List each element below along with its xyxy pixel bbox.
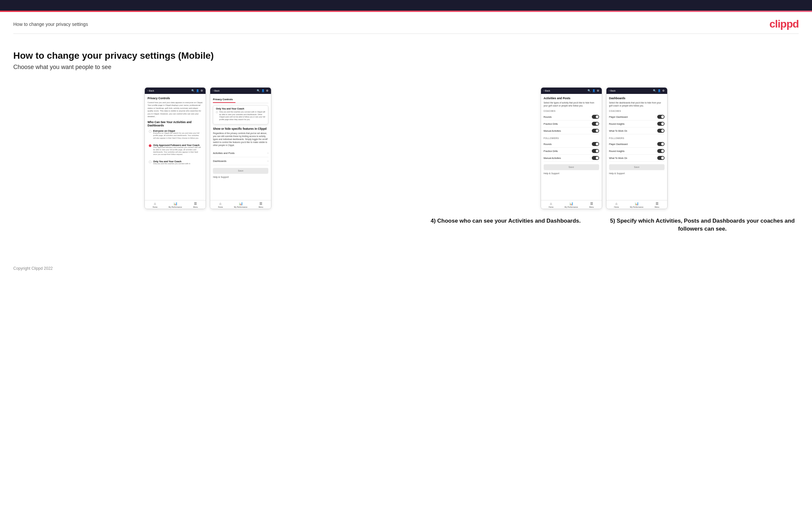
toggle-practice-followers-switch[interactable] (592, 149, 599, 153)
nav-performance-3[interactable]: 📊 My Performance (561, 202, 581, 208)
search-icon-4[interactable]: 🔍 (653, 89, 656, 92)
privacy-controls-tab[interactable]: Privacy Controls (213, 97, 236, 103)
show-hide-title: Show or hide specific features in Clippd (213, 127, 268, 130)
people-icon-4[interactable]: 👤 (658, 89, 661, 92)
nav-performance-4[interactable]: 📊 My Performance (627, 202, 647, 208)
nav-home-4[interactable]: ⌂ Home (606, 202, 627, 208)
header-icons-3: 🔍 👤 ⚙ (588, 89, 599, 92)
nav-menu-3[interactable]: ☰ Menu (581, 202, 602, 208)
toggle-manual-followers-switch[interactable] (592, 156, 599, 160)
nav-menu-2[interactable]: ☰ Menu (251, 202, 271, 208)
bottom-nav-3: ⌂ Home 📊 My Performance ☰ Menu (541, 200, 602, 209)
save-button-2[interactable]: Save (213, 168, 268, 174)
nav-menu-label-3: Menu (589, 206, 594, 208)
toggle-manual-coaches-switch[interactable] (592, 129, 599, 133)
toggle-what-work-coaches-switch[interactable] (657, 129, 665, 133)
nav-home-3[interactable]: ⌂ Home (541, 202, 561, 208)
activities-posts-item[interactable]: Activities and Posts › (213, 149, 268, 157)
privacy-controls-title-1: Privacy Controls (147, 97, 203, 100)
toggle-practice-coaches-switch[interactable] (592, 122, 599, 126)
toggle-what-work-coaches: What To Work On (609, 127, 665, 134)
menu-icon-1: ☰ (194, 202, 197, 206)
phone-body-1: Privacy Controls Control how you and you… (145, 94, 206, 200)
header-icons-1: 🔍 👤 ⚙ (191, 89, 203, 92)
toggle-practice-coaches: Practice Drills (544, 120, 599, 127)
nav-home-label-2: Home (218, 206, 223, 208)
toggle-rounds-followers: Rounds (544, 141, 599, 148)
arrow-right-activities: › (268, 152, 269, 155)
dashboards-title: Dashboards (609, 97, 665, 100)
search-icon-3[interactable]: 🔍 (588, 89, 591, 92)
top-bar (0, 0, 812, 12)
copyright-text: Copyright Clippd 2022 (13, 266, 53, 271)
nav-menu-1[interactable]: ☰ Menu (185, 202, 206, 208)
save-button-3[interactable]: Save (544, 164, 599, 170)
caption-text-3: 4) Choose who can see your Activities an… (431, 218, 581, 224)
radio-option-followers[interactable]: Only Approved Followers and Your Coach O… (147, 143, 203, 157)
settings-icon-3[interactable]: ⚙ (597, 89, 599, 92)
header-icons-4: 🔍 👤 ⚙ (653, 89, 665, 92)
nav-performance-label-3: My Performance (565, 206, 578, 208)
radio-option-coach-only[interactable]: Only You and Your Coach Only you and the… (147, 159, 203, 166)
home-icon-3: ⌂ (550, 202, 552, 206)
toggle-rounds-followers-switch[interactable] (592, 142, 599, 146)
followers-label-3: FOLLOWERS (544, 137, 599, 139)
nav-menu-4[interactable]: ☰ Menu (647, 202, 667, 208)
radio-text-coach-only: Only You and Your Coach Only you and the… (153, 160, 190, 165)
toggle-player-followers-switch[interactable] (657, 142, 665, 146)
followers-label-4: FOLLOWERS (609, 137, 665, 139)
mockups-row: ‹ Back 🔍 👤 ⚙ Privacy Controls Control ho… (13, 87, 799, 233)
save-button-4[interactable]: Save (609, 164, 665, 170)
phone-header-4: ‹ Back 🔍 👤 ⚙ (606, 88, 667, 94)
radio-option-everyone[interactable]: Everyone on Clippd Everyone on Clippd ca… (147, 128, 203, 140)
phone-screen-2: ‹ Back 🔍 👤 ⚙ Privacy Controls (210, 87, 271, 209)
top-bar-accent (0, 11, 812, 12)
back-button-4[interactable]: ‹ Back (609, 90, 616, 92)
show-hide-text: Regardless of the privacy controls that … (213, 132, 268, 147)
dashboards-item[interactable]: Dashboards › (213, 157, 268, 165)
search-icon-2[interactable]: 🔍 (257, 89, 260, 92)
header-icons-2: 🔍 👤 ⚙ (257, 89, 268, 92)
settings-icon-1[interactable]: ⚙ (201, 89, 203, 92)
performance-icon-3: 📊 (569, 202, 573, 206)
back-button-1[interactable]: ‹ Back (147, 90, 154, 92)
nav-home-2[interactable]: ⌂ Home (210, 202, 231, 208)
privacy-controls-desc-1: Control how you and your data appears to… (147, 101, 203, 118)
toggle-rounds-coaches: Rounds (544, 113, 599, 120)
coaches-label-4: COACHES (609, 110, 665, 112)
phone-screen-4: ‹ Back 🔍 👤 ⚙ Dashboards Select the dashb… (606, 87, 667, 209)
toggle-player-coaches-switch[interactable] (657, 115, 665, 119)
toggle-round-insights-coaches-switch[interactable] (657, 122, 665, 126)
back-button-3[interactable]: ‹ Back (544, 90, 550, 92)
nav-menu-label-1: Menu (193, 206, 198, 208)
toggle-round-insights-followers-switch[interactable] (657, 149, 665, 153)
performance-icon-2: 📊 (239, 202, 243, 206)
settings-icon-2[interactable]: ⚙ (266, 89, 268, 92)
breadcrumb: How to change your privacy settings (13, 21, 88, 27)
phone-screen-3: ‹ Back 🔍 👤 ⚙ Activities and Posts Select… (541, 87, 602, 209)
help-support-4: Help & Support (609, 170, 665, 176)
people-icon-1[interactable]: 👤 (196, 89, 199, 92)
menu-icon-2: ☰ (259, 202, 262, 206)
search-icon-1[interactable]: 🔍 (191, 89, 195, 92)
people-icon-3[interactable]: 👤 (592, 89, 596, 92)
mockup-group-1: ‹ Back 🔍 👤 ⚙ Privacy Controls Control ho… (13, 87, 403, 218)
nav-home-1[interactable]: ⌂ Home (145, 202, 165, 208)
nav-home-label-3: Home (549, 206, 554, 208)
nav-performance-2[interactable]: 📊 My Performance (231, 202, 251, 208)
toggle-round-insights-coaches: Round Insights (609, 120, 665, 127)
toggle-round-insights-followers: Round Insights (609, 148, 665, 155)
toggle-rounds-coaches-switch[interactable] (592, 115, 599, 119)
caption-screen4: 5) Specify which Activities, Posts and D… (606, 217, 799, 233)
settings-icon-4[interactable]: ⚙ (662, 89, 665, 92)
captions-row-2: 4) Choose who can see your Activities an… (409, 217, 799, 233)
home-icon-1: ⌂ (154, 202, 156, 206)
toggle-what-work-followers-switch[interactable] (657, 156, 665, 160)
mockup-pair-1: ‹ Back 🔍 👤 ⚙ Privacy Controls Control ho… (13, 87, 403, 209)
phone-body-3: Activities and Posts Select the types of… (541, 94, 602, 200)
popup-radio-dot (216, 111, 218, 113)
help-support-3: Help & Support (544, 170, 599, 176)
nav-performance-1[interactable]: 📊 My Performance (165, 202, 185, 208)
back-button-2[interactable]: ‹ Back (213, 90, 219, 92)
people-icon-2[interactable]: 👤 (261, 89, 265, 92)
